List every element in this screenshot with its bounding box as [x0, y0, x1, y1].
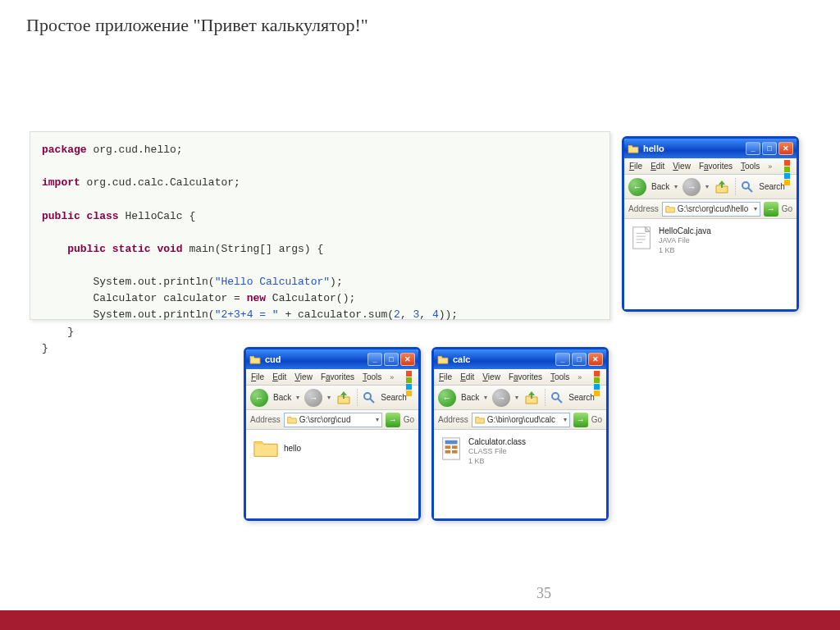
folder-content[interactable]: Calculator.class CLASS File 1 KB	[434, 430, 606, 518]
menu-more[interactable]: »	[578, 373, 582, 381]
forward-button[interactable]: →	[682, 178, 701, 196]
page-title: Простое приложение "Привет калькулятор!"	[26, 15, 368, 36]
close-button[interactable]: ✕	[778, 142, 793, 155]
search-icon[interactable]	[741, 180, 754, 194]
titlebar[interactable]: cud _ □ ✕	[246, 349, 418, 369]
toolbar: ← Back ▾ → ▾ Search	[246, 386, 418, 410]
menu-view[interactable]: View	[673, 162, 691, 171]
menu-more[interactable]: »	[768, 162, 772, 171]
close-button[interactable]: ✕	[588, 353, 603, 366]
separator	[545, 389, 546, 407]
minimize-button[interactable]: _	[555, 353, 570, 366]
forward-button[interactable]: →	[492, 389, 510, 407]
menu-view[interactable]: View	[482, 372, 500, 381]
back-dropdown-icon[interactable]: ▾	[674, 183, 678, 190]
file-name: Calculator.class	[468, 436, 526, 447]
menu-favorites[interactable]: Favorites	[509, 372, 542, 381]
menu-more[interactable]: »	[390, 373, 394, 381]
up-button[interactable]	[523, 390, 540, 406]
str: "2+3+4 = "	[215, 308, 279, 321]
folder-item[interactable]: hello	[253, 436, 412, 459]
menu-file[interactable]: File	[629, 162, 642, 171]
folder-content[interactable]: HelloCalc.java JAVA File 1 KB	[624, 219, 797, 309]
code-text: Calculator calculator =	[42, 292, 247, 304]
class-file-icon	[441, 436, 463, 461]
search-icon[interactable]	[363, 391, 376, 404]
dropdown-icon[interactable]: ▾	[564, 416, 567, 423]
fwd-dropdown-icon[interactable]: ▾	[515, 394, 518, 401]
minimize-button[interactable]: _	[746, 142, 760, 155]
windows-logo-icon	[405, 371, 413, 384]
menu-view[interactable]: View	[294, 372, 313, 381]
back-dropdown-icon[interactable]: ▾	[484, 394, 487, 401]
titlebar[interactable]: hello _ □ ✕	[624, 139, 797, 158]
go-label: Go	[591, 415, 602, 424]
file-item[interactable]: HelloCalc.java JAVA File 1 KB	[631, 226, 790, 255]
go-button[interactable]: →	[573, 413, 588, 427]
code-text: ,	[400, 308, 413, 321]
up-button[interactable]	[336, 390, 352, 406]
menu-edit[interactable]: Edit	[272, 372, 286, 381]
search-label[interactable]: Search	[381, 393, 407, 402]
dropdown-icon[interactable]: ▾	[376, 416, 379, 423]
code-text: ,	[419, 308, 432, 321]
menu-tools[interactable]: Tools	[550, 372, 569, 381]
up-button[interactable]	[714, 179, 730, 195]
file-type: CLASS File	[468, 447, 526, 457]
search-icon[interactable]	[550, 391, 564, 404]
window-title: calc	[453, 354, 470, 364]
num: 2	[394, 308, 400, 321]
toolbar: ← Back ▾ → ▾ Search	[434, 386, 606, 410]
page-number: 35	[536, 585, 551, 602]
svg-rect-13	[445, 445, 451, 449]
go-button[interactable]: →	[764, 202, 778, 217]
dropdown-icon[interactable]: ▾	[754, 205, 757, 212]
svg-line-8	[370, 399, 374, 403]
kw-psv: public static void	[42, 243, 183, 255]
kw-new: new	[247, 292, 266, 304]
explorer-window-cud: cud _ □ ✕ File Edit View Favorites Tools…	[244, 347, 421, 521]
maximize-button[interactable]: □	[384, 353, 399, 366]
code-text: System.out.println(	[42, 308, 215, 321]
addressbar: Address G:\bin\org\cud\calc ▾ → Go	[434, 410, 606, 430]
explorer-window-calc: calc _ □ ✕ File Edit View Favorites Tool…	[431, 347, 609, 521]
search-label[interactable]: Search	[568, 393, 595, 402]
svg-rect-15	[445, 450, 451, 454]
menu-favorites[interactable]: Favorites	[321, 372, 354, 381]
menu-edit[interactable]: Edit	[651, 162, 664, 171]
address-input[interactable]: G:\bin\org\cud\calc ▾	[472, 413, 570, 427]
back-button[interactable]: ←	[628, 178, 646, 196]
back-button[interactable]: ←	[438, 389, 456, 407]
close-button[interactable]: ✕	[400, 353, 415, 366]
titlebar[interactable]: calc _ □ ✕	[434, 349, 606, 369]
menu-favorites[interactable]: Favorites	[699, 162, 733, 171]
address-input[interactable]: G:\src\org\cud\hello ▾	[662, 202, 760, 217]
file-name: HelloCalc.java	[659, 226, 711, 236]
file-item[interactable]: Calculator.class CLASS File 1 KB	[441, 436, 600, 466]
maximize-button[interactable]: □	[762, 142, 777, 155]
fwd-dropdown-icon[interactable]: ▾	[705, 183, 709, 190]
file-size: 1 KB	[468, 457, 526, 467]
code-text: org.cud.calc.Calculator;	[80, 176, 240, 189]
go-button[interactable]: →	[386, 413, 400, 427]
folder-content[interactable]: hello	[246, 430, 418, 518]
fwd-dropdown-icon[interactable]: ▾	[327, 394, 331, 401]
address-input[interactable]: G:\src\org\cud ▾	[284, 413, 382, 427]
code-text: }	[42, 342, 48, 354]
minimize-button[interactable]: _	[368, 353, 382, 366]
explorer-window-hello: hello _ □ ✕ File Edit View Favorites Too…	[622, 136, 799, 312]
search-label[interactable]: Search	[759, 182, 785, 191]
back-button[interactable]: ←	[250, 389, 268, 407]
menu-file[interactable]: File	[439, 372, 452, 381]
back-dropdown-icon[interactable]: ▾	[296, 394, 299, 401]
code-text: Calculator();	[266, 292, 355, 304]
menu-tools[interactable]: Tools	[363, 372, 381, 381]
address-label: Address	[250, 415, 281, 424]
forward-button[interactable]: →	[304, 389, 322, 407]
svg-point-7	[364, 393, 371, 399]
menu-file[interactable]: File	[251, 372, 264, 381]
menu-edit[interactable]: Edit	[460, 372, 474, 381]
maximize-button[interactable]: □	[572, 353, 587, 366]
menu-tools[interactable]: Tools	[741, 162, 760, 171]
addressbar: Address G:\src\org\cud ▾ → Go	[246, 410, 418, 430]
